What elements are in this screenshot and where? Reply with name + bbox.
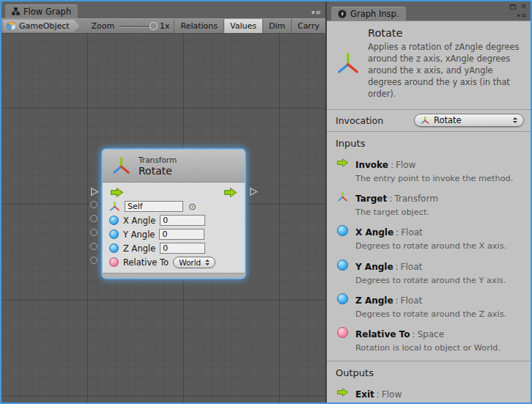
- node-footer: [103, 273, 245, 278]
- transform-axes-icon: [111, 156, 131, 176]
- port-description: Degrees to rotate around the Y axis.: [355, 275, 506, 286]
- close-icon[interactable]: ✕: [521, 3, 527, 10]
- colon: :: [377, 389, 380, 400]
- rotate-node-body: ⊙ X Angle Y Angle: [103, 183, 245, 273]
- target-row: ⊙: [109, 199, 238, 213]
- float-port-icon[interactable]: [109, 216, 119, 225]
- y-angle-field[interactable]: [159, 229, 204, 240]
- popup-arrows-icon: [205, 260, 210, 265]
- maximize-icon[interactable]: [510, 4, 516, 10]
- target-field[interactable]: [125, 201, 183, 212]
- flow-arrow-icon: [336, 157, 349, 184]
- space-port-icon: [336, 326, 349, 353]
- x-angle-field[interactable]: [160, 215, 205, 226]
- port-description: Degrees to rotate around the X axis.: [355, 240, 506, 251]
- inputs-section: Inputs Invoke:Flow The entry point to in…: [327, 132, 531, 362]
- summary-title: Rotate: [368, 27, 523, 39]
- unity-flow-graph-window: Flow Graph ▾≡ GameObject Zoom 1x Relatio…: [0, 0, 532, 404]
- inspector-body: Rotate Applies a rotation of zAngle degr…: [327, 21, 531, 403]
- rotate-node[interactable]: Transform Rotate: [103, 150, 245, 278]
- port-type: Transform: [394, 194, 438, 204]
- tab-flow-graph[interactable]: Flow Graph: [5, 4, 78, 18]
- graph-toolbar: GameObject Zoom 1x Relations Values Dim …: [1, 18, 325, 34]
- space-port-icon[interactable]: [109, 257, 119, 267]
- port-description: The target object.: [355, 207, 438, 218]
- outputs-header: Outputs: [336, 367, 522, 378]
- float-port-icon[interactable]: [109, 243, 119, 253]
- input-entry-relative-to: Relative To:Space Rotation is local to o…: [336, 326, 522, 353]
- flow-graph-icon: [12, 7, 20, 15]
- invoke-arrow-icon[interactable]: [110, 187, 124, 198]
- inspector-menu-icon[interactable]: ▾≡: [517, 12, 527, 19]
- colon: :: [396, 262, 399, 272]
- breadcrumb-label: GameObject: [19, 21, 70, 31]
- transform-axes-icon: [109, 201, 120, 212]
- invocation-label: Invocation: [336, 115, 383, 126]
- port-name: Target: [355, 194, 387, 204]
- relations-button[interactable]: Relations: [174, 19, 224, 33]
- rotate-node-header[interactable]: Transform Rotate: [103, 150, 245, 183]
- carry-button[interactable]: Carry: [292, 19, 325, 33]
- graph-inspector-pane: Graph Insp. ✕ ▾≡ Rotate Applies a rotati…: [327, 1, 531, 403]
- unit-summary: Rotate Applies a rotation of zAngle degr…: [327, 21, 531, 110]
- y-angle-row: Y Angle: [109, 227, 238, 241]
- colon: :: [389, 194, 392, 204]
- port-name: Invoke: [355, 160, 388, 170]
- y-angle-port[interactable]: [90, 229, 97, 236]
- node-titles: Transform Rotate: [138, 155, 177, 177]
- summary-text: Rotate Applies a rotation of zAngle degr…: [368, 27, 523, 100]
- x-angle-row: X Angle: [109, 213, 238, 227]
- z-angle-label: Z Angle: [123, 243, 155, 254]
- pane-menu-icon[interactable]: ▾≡: [311, 9, 322, 16]
- colon: :: [391, 160, 394, 170]
- relative-to-port[interactable]: [90, 257, 97, 264]
- gameobject-cube-icon: [7, 21, 16, 31]
- transform-axes-icon: [336, 51, 361, 76]
- values-button[interactable]: Values: [224, 19, 263, 33]
- port-type: Float: [401, 295, 423, 306]
- input-entry-z-angle: Z Angle:Float Degrees to rotate around t…: [336, 293, 522, 320]
- z-angle-field[interactable]: [160, 243, 205, 254]
- float-port-icon[interactable]: [109, 229, 119, 239]
- flow-input-port[interactable]: [89, 187, 99, 197]
- invocation-dropdown[interactable]: Rotate: [414, 114, 524, 127]
- port-name: Z Angle: [355, 295, 394, 306]
- input-entry-invoke: Invoke:Flow The entry point to invoke th…: [336, 157, 522, 184]
- tab-graph-inspector[interactable]: Graph Insp.: [331, 7, 406, 21]
- port-type: Space: [417, 329, 444, 339]
- target-port[interactable]: [90, 201, 97, 208]
- port-name: Relative To: [355, 329, 410, 339]
- input-entry-y-angle: Y Angle:Float Degrees to rotate around t…: [336, 259, 522, 286]
- port-name: Exit: [355, 389, 374, 400]
- zoom-slider[interactable]: [119, 22, 158, 30]
- invocation-value: Rotate: [434, 115, 509, 125]
- node-category: Transform: [138, 155, 177, 164]
- flow-graph-pane: Flow Graph ▾≡ GameObject Zoom 1x Relatio…: [1, 1, 325, 403]
- zoom-slider-thumb[interactable]: [149, 22, 158, 30]
- x-angle-port[interactable]: [90, 215, 97, 222]
- dim-button[interactable]: Dim: [263, 19, 292, 33]
- port-type: Float: [401, 262, 423, 272]
- z-angle-port[interactable]: [90, 243, 97, 250]
- port-description: Rotation is local to object or World.: [355, 342, 500, 353]
- graph-canvas[interactable]: Transform Rotate: [1, 34, 325, 403]
- window-controls: ✕: [510, 3, 527, 10]
- object-picker-icon[interactable]: ⊙: [188, 202, 196, 211]
- summary-description: Applies a rotation of zAngle degrees aro…: [368, 42, 523, 100]
- transform-axes-icon: [336, 191, 349, 218]
- rotate-node-wrap: Transform Rotate: [103, 150, 245, 278]
- colon: :: [396, 295, 399, 306]
- port-description: The entry point to invoke the method.: [355, 173, 513, 184]
- float-port-icon: [336, 293, 349, 320]
- breadcrumb-gameobject[interactable]: GameObject: [3, 20, 80, 32]
- inspector-tabbar: Graph Insp. ✕ ▾≡: [327, 1, 531, 21]
- graph-inspector-tab-label: Graph Insp.: [350, 9, 399, 19]
- x-angle-label: X Angle: [123, 216, 155, 226]
- flow-graph-tabbar: Flow Graph ▾≡: [1, 1, 325, 18]
- y-angle-label: Y Angle: [123, 229, 155, 240]
- relative-to-dropdown[interactable]: World: [173, 257, 215, 268]
- flow-output-port[interactable]: [248, 187, 258, 197]
- zoom-value: 1x: [160, 21, 170, 31]
- exit-arrow-icon[interactable]: [223, 187, 237, 198]
- toolbar-toggle-group: Relations Values Dim Carry: [174, 19, 325, 33]
